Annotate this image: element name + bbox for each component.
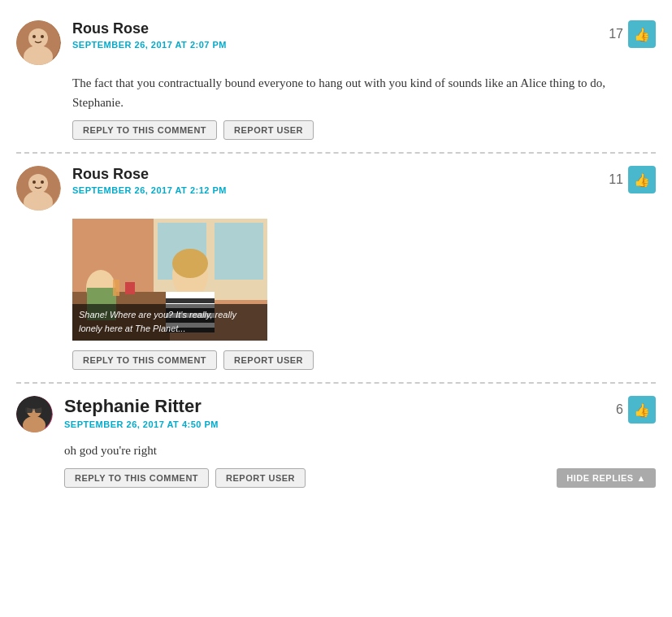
hide-replies-button[interactable]: HIDE REPLIES ▲	[557, 468, 656, 488]
comment-block-1: Rous Rose September 26, 2017 at 2:07 PM …	[16, 8, 656, 154]
comment-meta-1: Rous Rose September 26, 2017 at 2:07 PM	[72, 20, 597, 50]
avatar-2	[16, 166, 61, 211]
svg-rect-20	[166, 298, 215, 303]
svg-point-9	[41, 180, 44, 184]
like-count-2: 11	[609, 172, 623, 187]
like-button-3[interactable]: 6 👍	[616, 396, 656, 424]
svg-point-3	[33, 35, 36, 38]
comment-header-1: Rous Rose September 26, 2017 at 2:07 PM …	[16, 20, 656, 65]
avatar-1	[16, 20, 61, 65]
comment-text-3: oh god you're right	[64, 441, 656, 460]
avatar-3	[16, 396, 53, 432]
thumbsup-icon-2: 👍	[634, 172, 650, 188]
svg-rect-13	[215, 223, 263, 280]
svg-point-4	[41, 35, 44, 38]
like-icon-wrapper-3: 👍	[628, 396, 656, 424]
reply-button-1[interactable]: REPLY TO THIS COMMENT	[72, 120, 217, 140]
report-button-3[interactable]: REPORT USER	[215, 468, 306, 488]
svg-point-32	[24, 399, 44, 409]
report-button-2[interactable]: REPORT USER	[223, 350, 314, 370]
gif-image-2: Shane! Where are you? It's really, reall…	[72, 219, 267, 341]
like-icon-wrapper-2: 👍	[628, 166, 656, 193]
like-icon-wrapper-1: 👍	[628, 20, 656, 48]
comment-date-1: September 26, 2017 at 2:07 PM	[72, 40, 597, 50]
like-count-3: 6	[616, 402, 623, 417]
svg-rect-25	[125, 282, 135, 294]
comment-text-1: The fact that you contractually bound ev…	[72, 73, 656, 112]
hide-replies-label: HIDE REPLIES	[566, 473, 633, 483]
svg-point-1	[28, 28, 48, 48]
comment-header-3: Stephanie Ritter September 26, 2017 at 4…	[16, 396, 656, 432]
comment-footer-3: REPLY TO THIS COMMENT REPORT USER HIDE R…	[64, 468, 656, 488]
author-name-1: Rous Rose	[72, 20, 597, 37]
triangle-icon: ▲	[637, 473, 646, 483]
author-name-2: Rous Rose	[72, 166, 597, 183]
comment-block-2: Rous Rose September 26, 2017 at 2:12 PM …	[16, 154, 656, 384]
like-count-1: 17	[609, 27, 623, 41]
comment-date-3: September 26, 2017 at 4:50 PM	[64, 419, 605, 429]
svg-rect-24	[113, 280, 119, 296]
comment-actions-3: REPLY TO THIS COMMENT REPORT USER	[64, 468, 306, 488]
like-button-1[interactable]: 17 👍	[609, 20, 656, 48]
comment-actions-2: REPLY TO THIS COMMENT REPORT USER	[72, 350, 656, 370]
comment-section: Rous Rose September 26, 2017 at 2:07 PM …	[0, 0, 672, 508]
comment-date-2: September 26, 2017 at 2:12 PM	[72, 185, 597, 195]
gif-caption-2: Shane! Where are you? It's really, reall…	[72, 304, 267, 341]
report-button-1[interactable]: REPORT USER	[223, 120, 314, 140]
comment-body-2: Shane! Where are you? It's really, reall…	[72, 219, 656, 341]
thumbsup-icon-1: 👍	[634, 27, 650, 42]
reply-button-2[interactable]: REPLY TO THIS COMMENT	[72, 350, 217, 370]
svg-point-8	[33, 180, 36, 184]
comment-block-3: Stephanie Ritter September 26, 2017 at 4…	[16, 384, 656, 500]
svg-point-18	[172, 249, 208, 278]
comment-actions-1: REPLY TO THIS COMMENT REPORT USER	[72, 120, 656, 140]
comment-meta-3: Stephanie Ritter September 26, 2017 at 4…	[64, 396, 605, 429]
thumbsup-icon-3: 👍	[634, 402, 650, 418]
comment-header-2: Rous Rose September 26, 2017 at 2:12 PM …	[16, 166, 656, 211]
reply-button-3[interactable]: REPLY TO THIS COMMENT	[64, 468, 209, 488]
like-button-2[interactable]: 11 👍	[609, 166, 656, 193]
comment-meta-2: Rous Rose September 26, 2017 at 2:12 PM	[72, 166, 597, 195]
svg-point-6	[28, 174, 48, 193]
author-name-3: Stephanie Ritter	[64, 396, 605, 417]
